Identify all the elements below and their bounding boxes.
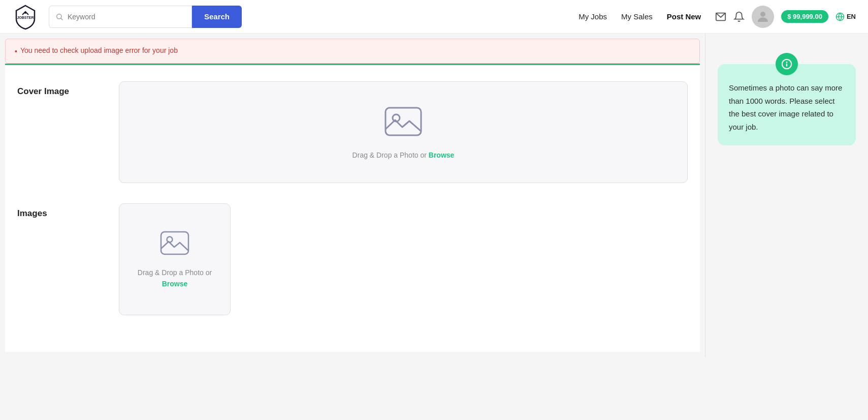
error-bullet: •	[15, 46, 17, 57]
tooltip-text: Sometimes a photo can say more than 1000…	[729, 81, 845, 133]
svg-line-3	[61, 18, 62, 20]
cover-image-dropzone[interactable]: Drag & Drop a Photo or Browse	[119, 81, 688, 183]
images-dropzone-icon	[159, 229, 190, 259]
svg-text:JOBSTER: JOBSTER	[17, 16, 34, 19]
cover-image-label: Cover Image	[17, 81, 119, 97]
bell-icon	[733, 11, 745, 22]
post-new-link[interactable]: Post New	[667, 12, 701, 21]
language-selector[interactable]: EN	[835, 12, 856, 21]
tooltip-card: Sometimes a photo can say more than 1000…	[718, 64, 856, 145]
images-label: Images	[17, 203, 119, 219]
images-dropzone[interactable]: Drag & Drop a Photo or Browse	[119, 203, 231, 315]
page-layout: • You need to check upload image error f…	[0, 34, 868, 357]
sidebar: Sometimes a photo can say more than 1000…	[705, 34, 868, 357]
avatar[interactable]	[752, 6, 774, 28]
svg-point-1	[24, 12, 26, 14]
tooltip-icon	[776, 53, 798, 75]
error-banner: • You need to check upload image error f…	[5, 39, 700, 64]
images-browse-link[interactable]: Browse	[162, 280, 188, 288]
cover-image-browse-link[interactable]: Browse	[429, 151, 455, 159]
images-row: Images Drag & Drop a Photo or Browse	[17, 203, 688, 315]
messages-button[interactable]	[715, 11, 726, 22]
form-section: Cover Image Drag & Drop a Photo or Brows…	[5, 64, 700, 352]
svg-rect-8	[385, 108, 421, 135]
svg-point-11	[167, 236, 173, 242]
error-item: • You need to check upload image error f…	[15, 45, 690, 57]
main-header: JOBSTER Search My Jobs My Sales Post New	[0, 0, 868, 34]
search-input[interactable]	[68, 13, 185, 21]
main-content: • You need to check upload image error f…	[0, 34, 705, 357]
svg-point-5	[760, 12, 765, 17]
search-icon	[55, 13, 63, 21]
search-input-wrapper	[49, 6, 192, 28]
cover-image-dropzone-icon	[383, 104, 424, 141]
balance-badge: $ 99,999.00	[781, 10, 828, 23]
cover-image-row: Cover Image Drag & Drop a Photo or Brows…	[17, 81, 688, 183]
language-label: EN	[847, 13, 856, 20]
search-button[interactable]: Search	[192, 6, 242, 28]
error-message: You need to check upload image error for…	[20, 45, 178, 56]
notifications-button[interactable]	[733, 11, 745, 22]
avatar-icon	[755, 9, 770, 24]
my-jobs-link[interactable]: My Jobs	[578, 12, 607, 21]
svg-rect-10	[161, 232, 188, 254]
header-icons: $ 99,999.00 EN	[715, 6, 856, 28]
cover-image-dropzone-text: Drag & Drop a Photo or Browse	[352, 149, 455, 161]
images-dropzone-text: Drag & Drop a Photo or Browse	[138, 267, 212, 290]
logo[interactable]: JOBSTER	[12, 4, 39, 30]
globe-icon	[835, 12, 845, 21]
search-area: Search	[49, 6, 242, 28]
envelope-icon	[715, 11, 726, 22]
my-sales-link[interactable]: My Sales	[621, 12, 653, 21]
header-nav: My Jobs My Sales Post New $ 99,999.00	[578, 6, 856, 28]
